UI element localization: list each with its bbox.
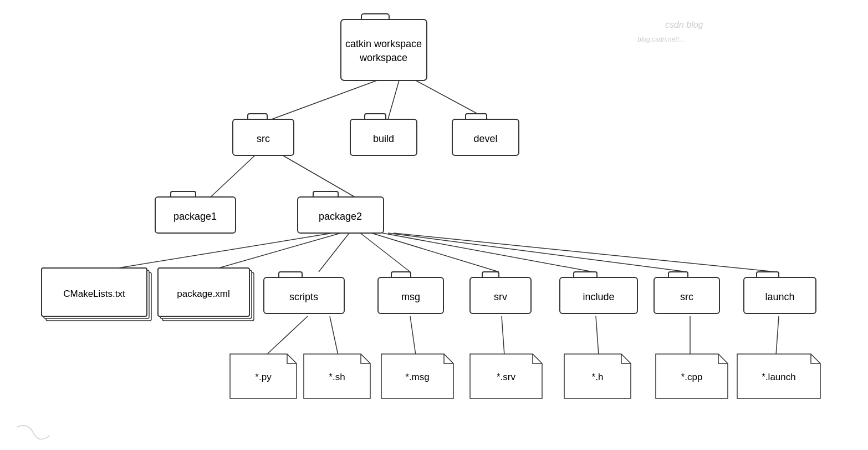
cppfile-file: *.cpp: [656, 354, 728, 398]
build-folder: build: [350, 114, 417, 155]
package2-label: package2: [319, 211, 362, 222]
svg-line-19: [776, 316, 779, 355]
srvfile-label: *.srv: [497, 372, 516, 382]
svg-line-7: [319, 233, 349, 272]
svg-line-15: [410, 316, 416, 355]
watermark: csdn blog: [665, 20, 703, 29]
devel-folder: devel: [452, 114, 519, 155]
svg-line-16: [502, 316, 504, 355]
scripts-folder: scripts: [264, 272, 344, 314]
package2-folder: package2: [298, 191, 384, 233]
include-folder: include: [560, 272, 637, 314]
svg-line-12: [394, 233, 776, 272]
hfile-label: *.h: [592, 372, 604, 382]
svg-line-14: [330, 316, 338, 355]
launchfile-label: *.launch: [762, 372, 795, 382]
svg-rect-21: [341, 19, 427, 80]
deco-left: [17, 426, 50, 439]
py-file: *.py: [230, 354, 297, 398]
diagram: csdn blog blog.csdn.net/... catkin works…: [0, 0, 868, 450]
cppfile-label: *.cpp: [681, 372, 703, 382]
svg-line-4: [283, 155, 355, 197]
hfile-file: *.h: [564, 354, 631, 398]
launch-folder: launch: [744, 272, 816, 314]
svg-line-3: [211, 155, 255, 197]
msgfile-file: *.msg: [381, 354, 453, 398]
srv-folder: srv: [470, 272, 531, 314]
srvfile-file: *.srv: [470, 354, 542, 398]
devel-label: devel: [473, 133, 497, 144]
launch-label: launch: [765, 291, 794, 302]
cmake-label: CMakeLists.txt: [63, 289, 125, 299]
svg-line-13: [266, 316, 308, 355]
svg-line-6: [205, 233, 341, 272]
pkgxml-label: package.xml: [177, 289, 229, 299]
cmake-file: CMakeLists.txt: [42, 268, 151, 321]
svg-line-5: [94, 233, 333, 272]
sh-file: *.sh: [304, 354, 370, 398]
svg-text:workspace: workspace: [359, 52, 407, 63]
msg-label: msg: [401, 291, 420, 302]
src-folder: src: [233, 114, 294, 155]
srv-label: srv: [494, 291, 507, 302]
launchfile-file: *.launch: [737, 354, 820, 398]
src2-label: src: [680, 291, 693, 302]
svg-line-0: [272, 80, 377, 119]
src2-folder: src: [654, 272, 719, 314]
pkgxml-file: package.xml: [158, 268, 254, 321]
src-label: src: [257, 133, 270, 144]
svg-line-17: [596, 316, 599, 355]
svg-line-10: [382, 233, 593, 272]
svg-line-8: [360, 233, 410, 272]
include-label: include: [583, 291, 614, 302]
root-folder: catkin workspace workspace: [341, 14, 427, 80]
package1-folder: package1: [155, 191, 236, 233]
sh-label: *.sh: [329, 372, 345, 382]
msgfile-label: *.msg: [405, 372, 429, 382]
package1-label: package1: [173, 211, 217, 222]
root-label: catkin workspace: [345, 38, 422, 49]
py-label: *.py: [255, 372, 272, 382]
watermark2: blog.csdn.net/...: [637, 36, 685, 43]
scripts-label: scripts: [289, 291, 318, 302]
build-label: build: [373, 133, 394, 144]
svg-line-11: [388, 233, 687, 272]
msg-folder: msg: [378, 272, 443, 314]
svg-line-1: [388, 80, 399, 119]
